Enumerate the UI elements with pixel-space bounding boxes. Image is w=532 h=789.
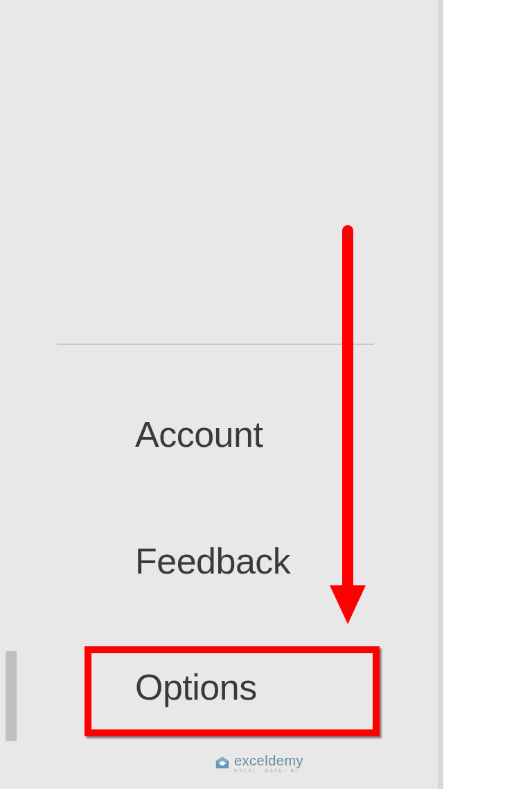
- watermark-text: exceldemy EXCEL · DATA · BI: [234, 754, 303, 773]
- divider-line: [57, 344, 374, 345]
- sidebar-panel: Account Feedback Options: [0, 0, 438, 789]
- watermark-tagline: EXCEL · DATA · BI: [234, 768, 303, 773]
- menu-item-account[interactable]: Account: [135, 414, 263, 455]
- watermark-brand: exceldemy: [234, 754, 303, 768]
- panel-right-edge: [438, 0, 443, 789]
- menu-item-feedback[interactable]: Feedback: [135, 540, 290, 582]
- watermark: exceldemy EXCEL · DATA · BI: [215, 754, 303, 773]
- menu-item-options[interactable]: Options: [135, 666, 257, 708]
- scrollbar-thumb[interactable]: [6, 651, 17, 741]
- watermark-logo-icon: [215, 756, 230, 771]
